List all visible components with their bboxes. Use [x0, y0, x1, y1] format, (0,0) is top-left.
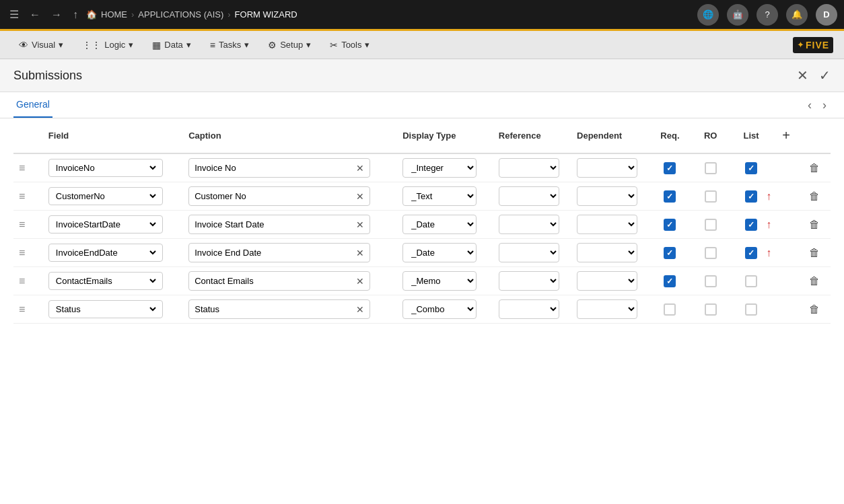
- req-checkbox[interactable]: [664, 303, 676, 316]
- ro-checkbox[interactable]: [705, 162, 717, 174]
- drag-handle[interactable]: ≡: [19, 247, 25, 258]
- delete-row-button[interactable]: 🗑: [806, 301, 822, 318]
- ro-checkbox[interactable]: [705, 303, 717, 316]
- display-type-select[interactable]: _Integer_Text_Date_Memo_Combo_Lookup_Che…: [402, 186, 477, 206]
- delete-row-button[interactable]: 🗑: [806, 216, 822, 233]
- caption-input[interactable]: [189, 187, 351, 205]
- dependent-select[interactable]: [577, 299, 637, 319]
- list-checkbox[interactable]: ✓: [745, 190, 757, 203]
- list-checkbox[interactable]: ✓: [745, 162, 757, 174]
- nav-item-data[interactable]: ▦ Data ▾: [144, 36, 199, 55]
- support-icon[interactable]: 🌐: [697, 4, 719, 26]
- up-icon[interactable]: ↑: [70, 6, 81, 24]
- drag-handle[interactable]: ≡: [19, 303, 25, 315]
- table-row: ≡ InvoiceNoCustomerNoInvoiceStartDateInv…: [13, 153, 831, 182]
- bot-icon[interactable]: 🤖: [727, 4, 748, 26]
- caption-input[interactable]: [189, 300, 351, 318]
- reference-select[interactable]: [499, 299, 559, 319]
- ro-checkbox[interactable]: [705, 275, 717, 287]
- caption-input[interactable]: [189, 215, 351, 233]
- breadcrumb-ais[interactable]: APPLICATIONS (AIS): [138, 9, 223, 20]
- breadcrumb: 🏠 HOME › APPLICATIONS (AIS) › FORM WIZAR…: [86, 9, 297, 20]
- list-checkbox-wrap: ✓ ↑: [736, 190, 766, 203]
- tab-general[interactable]: General: [13, 92, 52, 118]
- display-type-select[interactable]: _Integer_Text_Date_Memo_Combo_Lookup_Che…: [402, 271, 477, 291]
- add-row-button[interactable]: +: [778, 125, 794, 146]
- drag-handle[interactable]: ≡: [19, 219, 25, 230]
- forward-icon[interactable]: →: [48, 6, 65, 24]
- list-checkbox[interactable]: ✓: [745, 247, 757, 259]
- delete-row-button[interactable]: 🗑: [806, 244, 822, 262]
- field-dropdown[interactable]: InvoiceNoCustomerNoInvoiceStartDateInvoi…: [53, 303, 158, 315]
- list-checkbox[interactable]: ✓: [745, 219, 757, 231]
- nav-item-setup[interactable]: ⚙ Setup ▾: [260, 36, 319, 55]
- caption-clear-button[interactable]: ✕: [351, 301, 370, 318]
- field-select[interactable]: InvoiceNoCustomerNoInvoiceStartDateInvoi…: [48, 272, 163, 290]
- dependent-select[interactable]: [577, 158, 637, 178]
- req-checkbox[interactable]: ✓: [664, 247, 676, 259]
- breadcrumb-home[interactable]: HOME: [101, 9, 127, 20]
- nav-item-logic[interactable]: ⋮⋮ Logic ▾: [74, 36, 141, 55]
- drag-handle[interactable]: ≡: [19, 275, 25, 287]
- display-type-select[interactable]: _Integer_Text_Date_Memo_Combo_Lookup_Che…: [402, 299, 477, 319]
- caption-input[interactable]: [189, 159, 351, 177]
- dependent-select[interactable]: [577, 186, 637, 206]
- dependent-select[interactable]: [577, 271, 637, 291]
- caption-clear-button[interactable]: ✕: [351, 217, 370, 233]
- display-type-select[interactable]: _Integer_Text_Date_Memo_Combo_Lookup_Che…: [402, 158, 477, 178]
- ro-checkbox[interactable]: [705, 219, 717, 231]
- delete-row-button[interactable]: 🗑: [806, 273, 822, 290]
- field-select[interactable]: InvoiceNoCustomerNoInvoiceStartDateInvoi…: [48, 187, 163, 205]
- dependent-select[interactable]: [577, 243, 637, 262]
- req-checkbox[interactable]: ✓: [664, 162, 676, 174]
- reference-select[interactable]: [499, 243, 559, 262]
- field-dropdown[interactable]: InvoiceNoCustomerNoInvoiceStartDateInvoi…: [53, 219, 158, 230]
- notifications-icon[interactable]: 🔔: [786, 4, 808, 26]
- nav-item-tools[interactable]: ✂ Tools ▾: [322, 36, 378, 55]
- caption-clear-button[interactable]: ✕: [351, 273, 370, 289]
- reference-select[interactable]: [499, 158, 559, 178]
- tab-prev-button[interactable]: ‹: [804, 96, 816, 115]
- reference-select[interactable]: [499, 186, 559, 206]
- help-icon[interactable]: ?: [757, 4, 778, 26]
- delete-row-button[interactable]: 🗑: [806, 159, 822, 177]
- tab-next-button[interactable]: ›: [818, 96, 831, 115]
- nav-item-visual[interactable]: 👁 Visual ▾: [11, 36, 71, 55]
- user-avatar[interactable]: D: [816, 4, 837, 26]
- field-select[interactable]: InvoiceNoCustomerNoInvoiceStartDateInvoi…: [48, 215, 163, 233]
- hamburger-icon[interactable]: ☰: [7, 5, 22, 24]
- nav-item-tasks[interactable]: ≡ Tasks ▾: [202, 36, 257, 55]
- col-header-req: Req.: [649, 118, 690, 153]
- caption-clear-button[interactable]: ✕: [351, 188, 370, 205]
- field-dropdown[interactable]: InvoiceNoCustomerNoInvoiceStartDateInvoi…: [53, 247, 158, 258]
- table-row: ≡ InvoiceNoCustomerNoInvoiceStartDateInv…: [13, 182, 831, 211]
- ro-checkbox[interactable]: [705, 190, 717, 203]
- confirm-button[interactable]: ✓: [819, 67, 831, 83]
- field-dropdown[interactable]: InvoiceNoCustomerNoInvoiceStartDateInvoi…: [53, 162, 158, 174]
- drag-handle[interactable]: ≡: [19, 162, 25, 174]
- req-checkbox[interactable]: ✓: [664, 190, 676, 203]
- caption-input[interactable]: [189, 272, 351, 290]
- close-button[interactable]: ✕: [797, 67, 808, 83]
- field-select[interactable]: InvoiceNoCustomerNoInvoiceStartDateInvoi…: [48, 244, 163, 262]
- back-icon[interactable]: ←: [27, 6, 43, 24]
- req-checkbox[interactable]: ✓: [664, 219, 676, 231]
- field-dropdown[interactable]: InvoiceNoCustomerNoInvoiceStartDateInvoi…: [53, 275, 158, 287]
- dependent-select[interactable]: [577, 215, 637, 234]
- field-select[interactable]: InvoiceNoCustomerNoInvoiceStartDateInvoi…: [48, 159, 163, 177]
- caption-clear-button[interactable]: ✕: [351, 245, 370, 261]
- drag-handle[interactable]: ≡: [19, 190, 25, 202]
- caption-clear-button[interactable]: ✕: [351, 160, 370, 176]
- display-type-select[interactable]: _Integer_Text_Date_Memo_Combo_Lookup_Che…: [402, 215, 477, 234]
- list-checkbox[interactable]: [745, 275, 757, 287]
- reference-select[interactable]: [499, 215, 559, 234]
- list-checkbox[interactable]: [745, 303, 757, 316]
- field-select[interactable]: InvoiceNoCustomerNoInvoiceStartDateInvoi…: [48, 300, 163, 318]
- ro-checkbox[interactable]: [705, 247, 717, 259]
- display-type-select[interactable]: _Integer_Text_Date_Memo_Combo_Lookup_Che…: [402, 243, 477, 262]
- reference-select[interactable]: [499, 271, 559, 291]
- delete-row-button[interactable]: 🗑: [806, 188, 822, 205]
- req-checkbox[interactable]: ✓: [664, 275, 676, 287]
- field-dropdown[interactable]: InvoiceNoCustomerNoInvoiceStartDateInvoi…: [53, 190, 158, 202]
- caption-input[interactable]: [189, 244, 351, 262]
